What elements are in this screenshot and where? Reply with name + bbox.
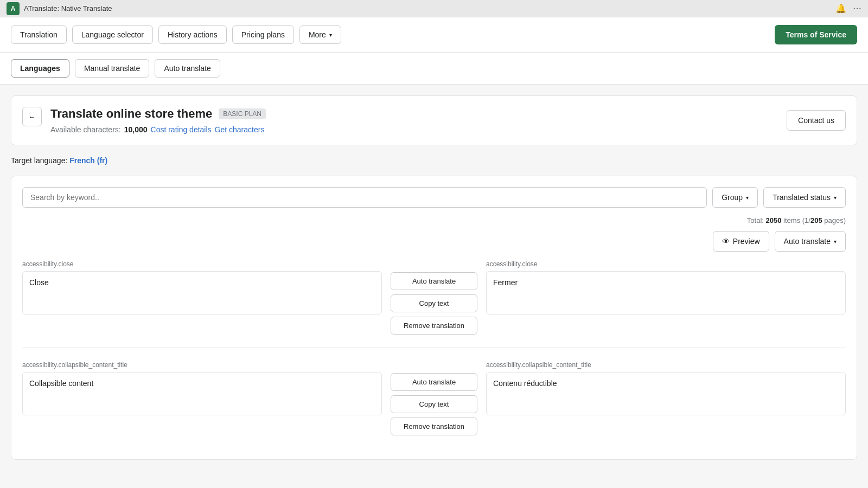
total-count: 2050 bbox=[766, 216, 782, 224]
more-chevron-icon: ▾ bbox=[329, 32, 332, 38]
source-key-label-2: accessibility.collapsible_content_title bbox=[22, 361, 382, 369]
back-button[interactable]: ← bbox=[22, 107, 42, 126]
target-key-label-2: accessibility.collapsible_content_title bbox=[486, 361, 846, 369]
target-language-value[interactable]: French (fr) bbox=[69, 156, 107, 165]
auto-translate-chevron-icon: ▾ bbox=[834, 239, 837, 245]
remove-translation-btn-2[interactable]: Remove translation bbox=[391, 418, 477, 435]
target-text-2[interactable]: Contenu réductible bbox=[486, 372, 846, 415]
nav-translation[interactable]: Translation bbox=[11, 25, 67, 44]
source-column-2: accessibility.collapsible_content_title … bbox=[22, 361, 382, 435]
group-filter-button[interactable]: Group ▾ bbox=[712, 187, 758, 208]
stats-row: Total: 2050 items (1/205 pages) bbox=[22, 216, 846, 224]
sub-nav: Languages Manual translate Auto translat… bbox=[0, 53, 868, 85]
copy-text-btn-2[interactable]: Copy text bbox=[391, 395, 477, 413]
menu-icon[interactable]: ⋯ bbox=[853, 3, 861, 14]
group-chevron-icon: ▾ bbox=[746, 195, 749, 201]
translation-row: accessibility.close Close Auto translate… bbox=[22, 260, 846, 335]
source-text-1: Close bbox=[22, 271, 382, 314]
page-header-info: Translate online store theme BASIC PLAN … bbox=[50, 107, 787, 134]
actions-column-1: Auto translate Copy text Remove translat… bbox=[391, 272, 477, 335]
preview-button[interactable]: 👁 Preview bbox=[713, 231, 769, 252]
bell-icon[interactable]: 🔔 bbox=[835, 3, 846, 14]
group-label: Group bbox=[722, 193, 743, 202]
source-column-1: accessibility.close Close bbox=[22, 260, 382, 335]
plan-badge: BASIC PLAN bbox=[219, 108, 266, 119]
translation-panel: Group ▾ Translated status ▾ Total: 2050 … bbox=[11, 176, 857, 460]
row-divider-1 bbox=[22, 348, 846, 348]
top-nav: Translation Language selector History ac… bbox=[0, 17, 868, 53]
translated-status-button[interactable]: Translated status ▾ bbox=[763, 187, 846, 208]
back-arrow-icon: ← bbox=[28, 113, 35, 121]
target-column-1: accessibility.close Fermer bbox=[486, 260, 846, 335]
target-language-label: Target language: bbox=[11, 156, 67, 165]
auto-translate-main-button[interactable]: Auto translate ▾ bbox=[775, 231, 846, 252]
nav-language-selector[interactable]: Language selector bbox=[72, 25, 153, 44]
page-title: Translate online store theme bbox=[50, 107, 212, 121]
preview-label: Preview bbox=[733, 237, 760, 246]
nav-history-actions[interactable]: History actions bbox=[158, 25, 227, 44]
actions-bar: 👁 Preview Auto translate ▾ bbox=[22, 231, 846, 252]
nav-more[interactable]: More ▾ bbox=[299, 25, 341, 44]
get-chars-link[interactable]: Get characters bbox=[215, 125, 265, 134]
page-header: ← Translate online store theme BASIC PLA… bbox=[11, 95, 857, 145]
target-text-1[interactable]: Fermer bbox=[486, 271, 846, 314]
total-label: Total: bbox=[747, 216, 764, 224]
preview-eye-icon: 👁 bbox=[722, 237, 730, 246]
translated-status-chevron-icon: ▾ bbox=[834, 195, 837, 201]
app-logo: A bbox=[7, 2, 20, 15]
copy-text-btn-1[interactable]: Copy text bbox=[391, 294, 477, 312]
nav-pricing-plans[interactable]: Pricing plans bbox=[232, 25, 294, 44]
target-language-row: Target language: French (fr) bbox=[11, 156, 857, 165]
pages-text: items (1/205 pages) bbox=[783, 216, 846, 224]
page-title-row: Translate online store theme BASIC PLAN bbox=[50, 107, 787, 121]
browser-title: ATranslate: Native Translate bbox=[24, 4, 112, 12]
auto-translate-btn-2[interactable]: Auto translate bbox=[391, 373, 477, 391]
cost-rating-link[interactable]: Cost rating details bbox=[151, 125, 212, 134]
target-key-label-1: accessibility.close bbox=[486, 260, 846, 268]
source-text-2: Collapsible content bbox=[22, 372, 382, 415]
chars-info: Available characters: 10,000 Cost rating… bbox=[50, 125, 787, 134]
remove-translation-btn-1[interactable]: Remove translation bbox=[391, 317, 477, 335]
auto-translate-main-label: Auto translate bbox=[784, 237, 831, 246]
target-column-2: accessibility.collapsible_content_title … bbox=[486, 361, 846, 435]
content-area: ← Translate online store theme BASIC PLA… bbox=[0, 85, 868, 471]
subnav-auto-translate[interactable]: Auto translate bbox=[155, 59, 220, 78]
main-container: Translation Language selector History ac… bbox=[0, 17, 868, 488]
browser-actions: 🔔 ⋯ bbox=[835, 3, 861, 14]
chars-value: 10,000 bbox=[124, 125, 148, 134]
subnav-manual-translate[interactable]: Manual translate bbox=[75, 59, 150, 78]
subnav-languages[interactable]: Languages bbox=[11, 59, 69, 78]
actions-column-2: Auto translate Copy text Remove translat… bbox=[391, 373, 477, 435]
source-key-label-1: accessibility.close bbox=[22, 260, 382, 268]
browser-bar: A ATranslate: Native Translate 🔔 ⋯ bbox=[0, 0, 868, 17]
filter-bar: Group ▾ Translated status ▾ bbox=[22, 187, 846, 208]
terms-of-service-button[interactable]: Terms of Service bbox=[775, 25, 857, 44]
contact-us-button[interactable]: Contact us bbox=[787, 110, 846, 131]
chars-label: Available characters: bbox=[50, 125, 121, 134]
search-input[interactable] bbox=[22, 187, 707, 208]
auto-translate-btn-1[interactable]: Auto translate bbox=[391, 272, 477, 290]
translated-status-label: Translated status bbox=[773, 193, 831, 202]
translation-row-2: accessibility.collapsible_content_title … bbox=[22, 361, 846, 435]
